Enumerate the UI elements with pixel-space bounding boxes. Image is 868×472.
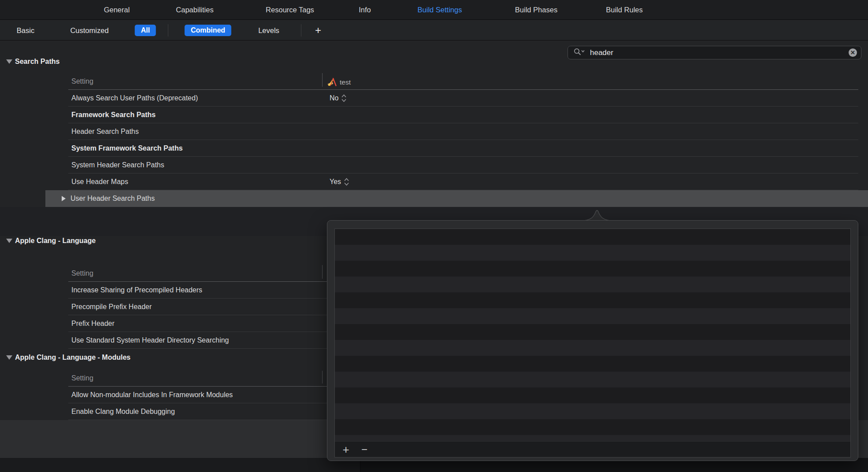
column-divider <box>322 73 323 87</box>
empty-path-row[interactable] <box>335 277 850 292</box>
setting-label: Enable Clang Module Debugging <box>71 408 175 416</box>
empty-path-row[interactable] <box>335 308 850 324</box>
tab-build-phases[interactable]: Build Phases <box>515 0 557 20</box>
target-name: test <box>340 78 351 86</box>
search-field[interactable]: header ✕ <box>568 46 861 59</box>
column-divider <box>322 371 323 384</box>
empty-path-row[interactable] <box>335 324 850 340</box>
target-app-icon <box>327 77 337 87</box>
setting-row-system-header-search-paths[interactable]: System Header Search Paths <box>68 157 858 173</box>
section-disclosure-icon[interactable] <box>6 355 12 360</box>
mode-levels[interactable]: Levels <box>258 20 279 41</box>
setting-row-use-header-maps[interactable]: Use Header MapsYes <box>68 173 858 190</box>
popover-body: + − <box>327 220 858 461</box>
user-header-search-paths-popover: + − <box>327 209 858 461</box>
paths-list[interactable]: + − <box>334 229 851 457</box>
editor-tab-bar: GeneralCapabilitiesResource TagsInfoBuil… <box>0 0 868 20</box>
mode-combined[interactable]: Combined <box>185 25 231 36</box>
setting-label: System Header Search Paths <box>71 161 164 169</box>
scope-basic[interactable]: Basic <box>17 20 34 41</box>
setting-label: Use Standard System Header Directory Sea… <box>71 336 229 344</box>
empty-path-row[interactable] <box>335 229 850 245</box>
scope-customized[interactable]: Customized <box>70 20 108 41</box>
setting-column-header: Setting <box>71 374 93 382</box>
section-title: Apple Clang - Language - Modules <box>15 354 130 361</box>
empty-path-row[interactable] <box>335 387 850 403</box>
column-header-row: Settingtest <box>68 70 858 90</box>
setting-label: Prefix Header <box>71 320 115 328</box>
setting-column-header: Setting <box>71 269 93 277</box>
setting-label: Increase Sharing of Precompiled Headers <box>71 286 202 294</box>
setting-value-dropdown[interactable]: No <box>330 93 347 103</box>
setting-label: Always Search User Paths (Deprecated) <box>71 94 198 102</box>
empty-path-row[interactable] <box>335 356 850 372</box>
section-disclosure-icon[interactable] <box>6 239 12 243</box>
setting-label: Header Search Paths <box>71 128 139 136</box>
remove-path-button[interactable]: − <box>358 442 371 457</box>
setting-value: No <box>330 94 338 102</box>
empty-path-row[interactable] <box>335 419 850 435</box>
scope-all[interactable]: All <box>135 25 156 36</box>
setting-value: Yes <box>330 178 341 186</box>
search-input[interactable]: header <box>590 48 849 57</box>
setting-label: System Framework Search Paths <box>71 144 183 152</box>
build-settings-filter-bar: Basic Customized All Combined Levels + h… <box>0 20 868 41</box>
setting-column-header: Setting <box>71 77 93 85</box>
setting-row-always-search-user-paths-deprecated[interactable]: Always Search User Paths (Deprecated)No <box>68 90 858 107</box>
setting-value-dropdown[interactable]: Yes <box>330 177 349 187</box>
setting-row-system-framework-search-paths[interactable]: System Framework Search Paths <box>68 140 858 157</box>
tab-general[interactable]: General <box>104 0 130 20</box>
empty-path-row[interactable] <box>335 292 850 308</box>
bottom-bar-left <box>0 458 360 472</box>
setting-label: User Header Search Paths <box>70 195 155 203</box>
empty-path-row[interactable] <box>335 245 850 261</box>
section-title: Search Paths <box>15 58 59 66</box>
paths-list-rows <box>335 229 850 451</box>
setting-label: Use Header Maps <box>71 178 128 186</box>
column-divider <box>322 265 323 279</box>
empty-path-row[interactable] <box>335 261 850 277</box>
add-setting-button[interactable]: + <box>315 20 321 41</box>
section-disclosure-icon[interactable] <box>6 59 12 64</box>
setting-row-framework-search-paths[interactable]: Framework Search Paths <box>68 107 858 123</box>
filter-divider <box>168 24 168 37</box>
clear-search-icon[interactable]: ✕ <box>849 48 857 57</box>
tab-build-rules[interactable]: Build Rules <box>606 0 642 20</box>
setting-label: Framework Search Paths <box>71 111 156 119</box>
setting-label: Allow Non-modular Includes In Framework … <box>71 391 233 399</box>
section-title: Apple Clang - Language <box>15 237 96 245</box>
add-path-button[interactable]: + <box>339 442 352 457</box>
setting-row-user-header-search-paths[interactable]: User Header Search Paths <box>45 190 868 207</box>
search-icon[interactable] <box>573 48 586 58</box>
setting-row-header-search-paths[interactable]: Header Search Paths <box>68 123 858 140</box>
row-disclosure-icon[interactable] <box>62 196 66 201</box>
stepper-icon[interactable] <box>341 93 347 103</box>
setting-label: Precompile Prefix Header <box>71 303 152 311</box>
target-column-header: test <box>327 77 351 87</box>
popover-arrow <box>582 209 612 221</box>
empty-path-row[interactable] <box>335 403 850 419</box>
section-rows: Always Search User Paths (Deprecated)NoF… <box>68 90 858 207</box>
empty-path-row[interactable] <box>335 372 850 387</box>
tab-capabilities[interactable]: Capabilities <box>176 0 213 20</box>
tab-resource-tags[interactable]: Resource Tags <box>266 0 314 20</box>
empty-path-row[interactable] <box>335 340 850 356</box>
stepper-icon[interactable] <box>344 177 349 187</box>
tab-build-settings[interactable]: Build Settings <box>418 0 462 20</box>
tab-info[interactable]: Info <box>359 0 371 20</box>
paths-toolbar: + − <box>335 441 850 457</box>
filter-divider <box>301 24 301 37</box>
